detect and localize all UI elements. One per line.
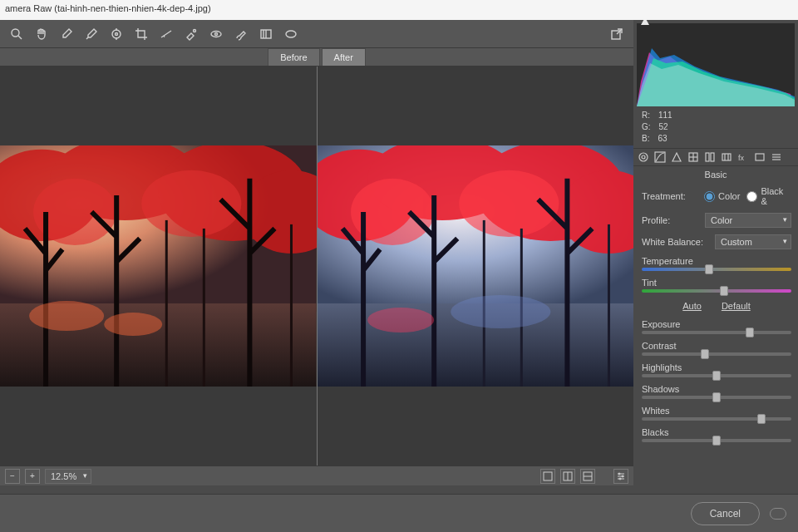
treatment-row: Treatment: Color Black & <box>642 186 791 206</box>
hsl-tab-icon[interactable] <box>687 150 700 164</box>
svg-line-7 <box>164 36 165 37</box>
contrast-slider[interactable]: Contrast <box>642 341 791 356</box>
whites-slider[interactable]: Whites <box>642 406 791 421</box>
brush-icon[interactable] <box>229 22 253 46</box>
svg-point-35 <box>451 295 550 328</box>
sampler-icon[interactable] <box>80 22 103 46</box>
profile-select[interactable]: Color <box>705 213 791 228</box>
calib-tab-icon[interactable] <box>753 150 766 164</box>
svg-point-8 <box>194 29 196 32</box>
zoom-out-icon[interactable]: − <box>5 469 20 484</box>
curve-tab-icon[interactable] <box>653 150 667 164</box>
svg-point-53 <box>639 153 648 161</box>
rgb-g: 52 <box>659 121 668 133</box>
rgb-r: 111 <box>658 110 672 121</box>
blacks-slider[interactable]: Blacks <box>642 427 791 442</box>
svg-rect-37 <box>544 472 552 480</box>
treatment-color-radio[interactable]: Color <box>704 191 740 202</box>
svg-point-36 <box>367 308 434 332</box>
histogram[interactable] <box>637 23 795 106</box>
svg-line-6 <box>161 31 171 37</box>
settings-icon[interactable] <box>613 469 628 484</box>
svg-point-45 <box>618 473 620 475</box>
window-title: amera Raw (tai-hinh-nen-thien-nhien-4k-d… <box>5 3 211 13</box>
clip-warn-icon[interactable] <box>640 20 650 27</box>
presets-tab-icon[interactable] <box>770 150 783 164</box>
rgb-b: 63 <box>658 133 667 145</box>
radial-icon[interactable] <box>279 22 303 46</box>
svg-point-46 <box>622 475 623 477</box>
svg-rect-61 <box>711 153 714 161</box>
auto-link[interactable]: Auto <box>682 301 702 311</box>
svg-marker-52 <box>641 20 649 25</box>
svg-marker-51 <box>637 63 795 106</box>
svg-rect-66 <box>756 154 764 160</box>
after-image <box>318 145 634 387</box>
preview-split <box>0 66 633 466</box>
view-split-h-icon[interactable] <box>560 469 575 484</box>
svg-point-10 <box>215 32 218 35</box>
viewer-footer: − + 12.5% <box>0 466 633 485</box>
exposure-slider[interactable]: Exposure <box>642 319 791 334</box>
cancel-button[interactable]: Cancel <box>691 502 760 525</box>
zoom-select[interactable]: 12.5% <box>45 469 91 484</box>
lens-tab-icon[interactable] <box>720 150 733 164</box>
panel-tab-strip: fx <box>633 148 798 166</box>
preview-before[interactable] <box>0 66 317 466</box>
temperature-slider[interactable]: Temperature <box>642 256 791 271</box>
svg-point-14 <box>286 31 296 37</box>
auto-default-links: Auto Default <box>642 299 791 313</box>
rgb-readout: R:111 G:52 B:63 <box>633 106 798 148</box>
svg-point-47 <box>619 478 621 480</box>
side-panel: R:111 G:52 B:63 fx Basic Treatment: Colo… <box>633 20 798 485</box>
straighten-icon[interactable] <box>155 22 178 46</box>
view-split-v-icon[interactable] <box>580 469 595 484</box>
viewer-area: Before After <box>0 20 633 485</box>
done-button[interactable] <box>770 508 786 520</box>
svg-marker-56 <box>672 153 681 161</box>
svg-line-16 <box>617 29 622 34</box>
export-icon[interactable] <box>605 22 628 46</box>
preview-after[interactable] <box>317 66 634 466</box>
wb-select[interactable]: Custom <box>715 234 791 249</box>
toolbar <box>0 20 633 48</box>
redeye-icon[interactable] <box>204 22 228 46</box>
zoom-tool-icon[interactable] <box>5 22 28 46</box>
tint-slider[interactable]: Tint <box>642 278 791 293</box>
zoom-in-icon[interactable]: + <box>25 469 40 484</box>
svg-point-26 <box>104 313 162 336</box>
profile-row: Profile: Color <box>642 213 791 228</box>
crop-tool-icon[interactable] <box>130 22 153 46</box>
dialog-footer: Cancel <box>0 494 798 532</box>
gradient-icon[interactable] <box>254 22 278 46</box>
svg-point-2 <box>112 30 121 38</box>
svg-rect-60 <box>706 153 709 161</box>
spot-removal-icon[interactable] <box>180 22 203 46</box>
highlights-slider[interactable]: Highlights <box>642 362 791 377</box>
hand-tool-icon[interactable] <box>30 22 53 46</box>
title-bar: amera Raw (tai-hinh-nen-thien-nhien-4k-d… <box>0 0 798 20</box>
view-single-icon[interactable] <box>540 469 555 484</box>
split-tab-icon[interactable] <box>703 150 717 164</box>
detail-tab-icon[interactable] <box>670 150 683 164</box>
svg-line-1 <box>18 36 22 39</box>
before-tab[interactable]: Before <box>268 48 319 66</box>
svg-point-54 <box>642 155 645 159</box>
svg-point-0 <box>12 29 19 37</box>
svg-point-9 <box>211 31 221 37</box>
basic-panel: Treatment: Color Black & Profile: Color … <box>633 183 798 485</box>
default-link[interactable]: Default <box>722 301 751 311</box>
svg-point-25 <box>29 301 104 331</box>
svg-text:fx: fx <box>738 154 745 162</box>
eyedropper-icon[interactable] <box>55 22 78 46</box>
compare-tabs: Before After <box>0 48 633 66</box>
before-image <box>0 145 317 387</box>
after-tab[interactable]: After <box>322 48 366 66</box>
svg-point-3 <box>116 32 118 35</box>
fx-tab-icon[interactable]: fx <box>736 150 750 164</box>
basic-tab-icon[interactable] <box>637 150 650 164</box>
shadows-slider[interactable]: Shadows <box>642 384 791 399</box>
panel-title: Basic <box>633 166 798 183</box>
target-adjust-icon[interactable] <box>105 22 128 46</box>
treatment-bw-radio[interactable]: Black & <box>746 186 791 206</box>
